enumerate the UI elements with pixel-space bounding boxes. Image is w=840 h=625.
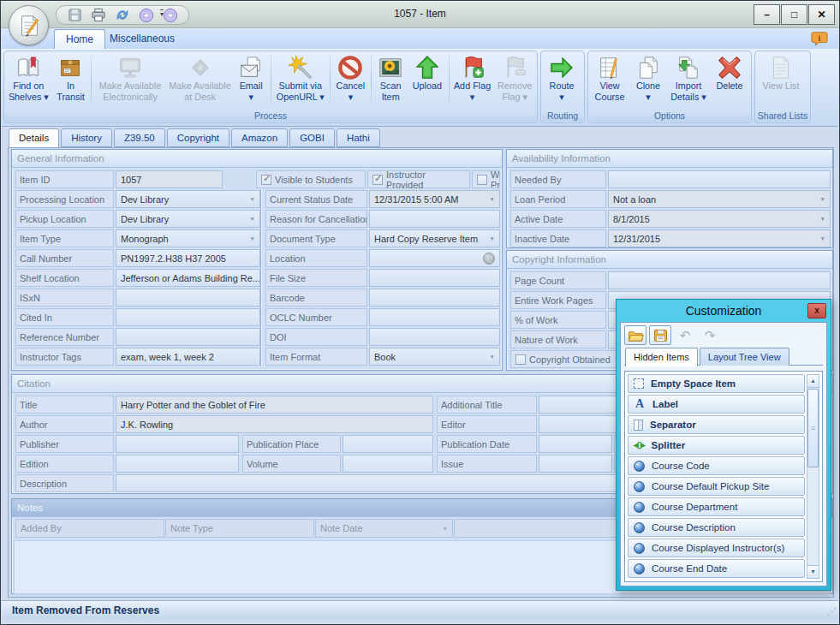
author-field[interactable]: J.K. Rowling [116, 415, 433, 433]
item-type-dropdown[interactable]: Monograph [116, 229, 260, 247]
tab-copyright[interactable]: Copyright [167, 128, 229, 147]
close-button[interactable]: ✕ [808, 4, 835, 25]
list-item-course-end-date[interactable]: Course End Date [628, 559, 805, 578]
tab-hidden-items[interactable]: Hidden Items [625, 348, 698, 366]
processing-location-dropdown[interactable]: Dev Library [116, 190, 260, 208]
oclc-number-field[interactable] [369, 308, 500, 326]
delete-button[interactable]: Delete [711, 53, 748, 110]
copyright-obtained-checkbox[interactable]: Copyright Obtained [510, 350, 617, 368]
cited-in-field[interactable] [116, 308, 260, 326]
pickup-location-dropdown[interactable]: Dev Library [116, 210, 260, 228]
item-id-field[interactable]: 1057 [116, 170, 223, 188]
item-format-dropdown[interactable]: Book [369, 348, 500, 366]
submit-via-openurl-button[interactable]: Submit viaOpenURL ▾ [273, 53, 328, 110]
view-list-button[interactable]: View List [756, 53, 806, 110]
document-type-dropdown[interactable]: Hard Copy Reserve Item [369, 229, 500, 247]
visible-to-students-checkbox[interactable]: Visible to Students [256, 170, 366, 188]
publication-place-field[interactable] [343, 435, 433, 453]
tab-amazon[interactable]: Amazon [231, 128, 288, 147]
tab-gobi[interactable]: GOBI [289, 128, 335, 147]
publisher-field[interactable] [116, 435, 239, 453]
doi-field[interactable] [369, 328, 500, 346]
minimize-button[interactable]: – [754, 4, 780, 25]
help-bubble-icon[interactable]: i [811, 31, 828, 51]
active-date-dropdown[interactable]: 8/1/2015 [608, 210, 831, 228]
scroll-up-icon[interactable]: ▲ [807, 375, 819, 388]
edition-field[interactable] [116, 455, 239, 473]
volume-field[interactable] [343, 455, 433, 473]
instructor-provided-checkbox[interactable]: Instructor Provided [367, 170, 470, 188]
import-details-button[interactable]: ImportDetails ▾ [666, 53, 711, 110]
tab-hathi[interactable]: Hathi [337, 128, 380, 147]
list-scrollbar[interactable]: ▲ ▼ [807, 374, 819, 579]
find-on-shelves-button[interactable]: Find onShelves ▾ [5, 53, 52, 110]
location-field[interactable] [369, 249, 500, 267]
publication-date-field[interactable] [539, 435, 612, 453]
scroll-down-icon[interactable]: ▼ [807, 565, 819, 578]
tab-home[interactable]: Home [54, 29, 105, 49]
current-status-date-dropdown[interactable]: 12/31/2015 5:00 AM [369, 190, 500, 208]
open-folder-icon[interactable] [624, 325, 646, 345]
tab-details[interactable]: Details [9, 128, 59, 148]
list-item-empty-space-item[interactable]: Empty Space Item [628, 374, 805, 393]
cancel-button[interactable]: Cancel▾ [332, 53, 370, 110]
issue-field[interactable] [539, 455, 612, 473]
tab-history[interactable]: History [61, 128, 112, 147]
refresh-icon[interactable] [113, 7, 132, 24]
list-item-label[interactable]: ALabel [628, 395, 805, 414]
loan-period-dropdown[interactable]: Not a loan [608, 190, 831, 208]
up-circle-icon[interactable] [137, 7, 156, 24]
list-item-course-displayed-instructors[interactable]: Course Displayed Instructor(s) [628, 539, 805, 557]
maximize-button[interactable]: □ [781, 4, 807, 25]
remove-flag-button[interactable]: RemoveFlag ▾ [493, 53, 536, 110]
inactive-date-dropdown[interactable]: 12/31/2015 [608, 229, 831, 247]
make-available-at-desk-button[interactable]: Make Availableat Desk [167, 53, 233, 110]
column-header-note-type[interactable]: Note Type [165, 519, 314, 538]
title-field[interactable]: Harry Potter and the Goblet of Fire [116, 396, 433, 414]
print-icon[interactable] [89, 7, 108, 24]
list-item-course-description[interactable]: Course Description [628, 518, 805, 537]
list-item-course-department[interactable]: Course Department [628, 497, 805, 516]
redo-icon[interactable]: ↷ [699, 325, 721, 345]
needed-by-field[interactable] [608, 170, 831, 188]
make-available-electronically-button[interactable]: Make AvailableElectronically [93, 53, 166, 110]
file-size-field[interactable] [369, 269, 500, 287]
qat-customize-icon[interactable]: ▾ [160, 9, 164, 17]
tab-miscellaneous[interactable]: Miscellaneous [98, 29, 186, 49]
save-layout-icon[interactable] [649, 325, 671, 345]
down-circle-icon[interactable] [161, 7, 180, 24]
clone-button[interactable]: Clone▾ [630, 53, 666, 110]
list-item-separator[interactable]: Separator [628, 415, 805, 434]
globe-icon[interactable] [483, 253, 495, 265]
scroll-thumb[interactable] [807, 389, 819, 467]
page-count-field[interactable] [608, 271, 831, 289]
isxn-field[interactable] [116, 289, 260, 307]
undo-icon[interactable]: ↶ [674, 325, 696, 345]
save-icon[interactable] [65, 7, 84, 24]
reason-for-cancellation-field[interactable] [369, 210, 500, 228]
shelf-location-field[interactable]: Jefferson or Adams Building Re... [116, 269, 260, 287]
web-proxy-checkbox[interactable]: Web Proxy [472, 170, 500, 188]
application-menu-button[interactable] [9, 5, 49, 45]
scroll-track[interactable] [807, 388, 819, 565]
reference-number-field[interactable] [116, 328, 260, 346]
resize-grip[interactable]: ⋰ [827, 606, 836, 617]
barcode-field[interactable] [369, 289, 500, 307]
route-button[interactable]: Route▾ [542, 53, 581, 110]
add-flag-button[interactable]: Add Flag▾ [451, 53, 494, 110]
scan-item-button[interactable]: ScanItem [373, 53, 408, 110]
column-header-added-by[interactable]: Added By [15, 519, 164, 538]
customization-close-button[interactable]: x [807, 303, 826, 318]
column-header-note-date[interactable]: Note Date [315, 519, 453, 538]
tab-z3950[interactable]: Z39.50 [114, 128, 165, 147]
instructor-tags-field[interactable]: exam, week 1, week 2 [116, 348, 260, 366]
list-item-course-default-pickup-site[interactable]: Course Default Pickup Site [628, 477, 805, 496]
customization-title[interactable]: Customization [617, 300, 831, 322]
list-item-splitter[interactable]: Splitter [628, 436, 805, 455]
email-button[interactable]: Email▾ [233, 53, 269, 110]
view-course-button[interactable]: ViewCourse [589, 53, 630, 110]
tab-layout-tree-view[interactable]: Layout Tree View [700, 348, 789, 366]
call-number-field[interactable]: PN1997.2.H38 H37 2005 [116, 249, 260, 267]
list-item-course-code[interactable]: Course Code [628, 456, 805, 475]
in-transit-button[interactable]: InTransit [52, 53, 90, 110]
